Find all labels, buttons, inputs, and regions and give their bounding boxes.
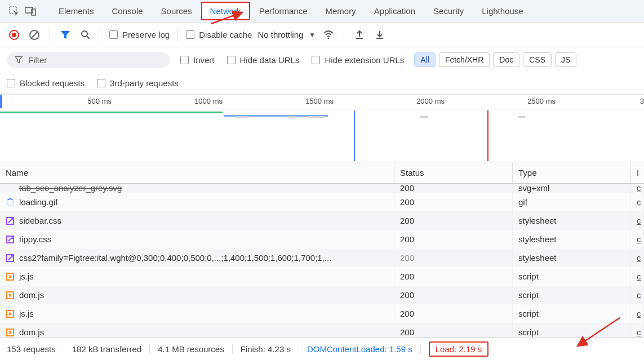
- hide-extension-urls-checkbox[interactable]: Hide extension URLs: [312, 55, 404, 65]
- request-initiator: c: [631, 211, 644, 230]
- tab-sources[interactable]: Sources: [152, 2, 201, 20]
- tab-elements[interactable]: Elements: [50, 2, 103, 20]
- request-initiator: c: [631, 304, 644, 323]
- record-button[interactable]: [7, 28, 21, 42]
- col-name[interactable]: Name: [0, 162, 394, 183]
- request-name: sidebar.css: [19, 216, 61, 225]
- request-name: css2?family=Figtree:ital,wght@0,300;0,40…: [19, 253, 331, 263]
- network-conditions-icon[interactable]: [321, 28, 336, 42]
- table-row[interactable]: js.js200scriptc: [0, 304, 644, 323]
- request-name: tab_seo_analyzer_grey.svg: [19, 184, 122, 193]
- script-icon: [6, 328, 15, 337]
- load-time: Load: 2.19 s: [429, 341, 489, 357]
- timeline-tick: 500 ms: [87, 97, 112, 105]
- request-type: stylesheet: [513, 211, 631, 230]
- col-initiator[interactable]: I: [631, 162, 644, 183]
- svg-point-5: [12, 33, 16, 37]
- file-icon: [6, 184, 15, 193]
- request-status: 200: [394, 304, 513, 323]
- timeline-tick: 1000 ms: [194, 97, 223, 105]
- request-type: script: [513, 304, 631, 323]
- request-initiator: c: [631, 184, 644, 193]
- tab-application[interactable]: Application: [365, 2, 424, 20]
- tab-lighthouse[interactable]: Lighthouse: [473, 2, 532, 20]
- table-row[interactable]: tippy.css200stylesheetc: [0, 230, 644, 248]
- invert-checkbox[interactable]: Invert: [180, 55, 215, 65]
- tab-performance[interactable]: Performance: [250, 2, 317, 20]
- col-type[interactable]: Type: [513, 162, 631, 183]
- third-party-checkbox[interactable]: 3rd-party requests: [97, 78, 179, 88]
- blocked-requests-checkbox[interactable]: Blocked requests: [7, 78, 85, 88]
- loading-icon: [6, 198, 15, 207]
- script-icon: [6, 272, 15, 281]
- svg-point-10: [328, 37, 330, 39]
- filter-pill-css[interactable]: CSS: [523, 52, 552, 67]
- request-name: dom.js: [19, 327, 44, 337]
- tab-security[interactable]: Security: [424, 2, 473, 20]
- timeline-tick: 1500 ms: [305, 97, 334, 105]
- upload-icon[interactable]: [352, 28, 367, 42]
- request-initiator: c: [631, 323, 644, 338]
- clear-button[interactable]: [27, 28, 42, 42]
- filter-pill-fetch-xhr[interactable]: Fetch/XHR: [439, 52, 490, 67]
- svg-line-7: [32, 32, 37, 38]
- funnel-icon: [15, 56, 23, 64]
- request-initiator: c: [631, 248, 644, 267]
- script-icon: [6, 309, 15, 318]
- request-name: tippy.css: [19, 234, 51, 244]
- transferred-size: 182 kB transferred: [64, 344, 150, 354]
- table-row[interactable]: dom.js200scriptc: [0, 323, 644, 338]
- request-type: script: [513, 323, 631, 338]
- request-status: 200: [394, 248, 513, 267]
- table-row[interactable]: dom.js200scriptc: [0, 286, 644, 304]
- table-row[interactable]: tab_seo_analyzer_grey.svg200svg+xmlc: [0, 184, 644, 193]
- stylesheet-icon: [6, 216, 15, 225]
- timeline-tick: 3: [640, 97, 644, 105]
- svg-rect-2: [32, 9, 35, 15]
- request-name: js.js: [19, 309, 34, 318]
- throttling-select[interactable]: No throttling ▼: [257, 30, 316, 39]
- filter-pill-doc[interactable]: Doc: [493, 52, 519, 67]
- inspect-icon[interactable]: [8, 5, 20, 17]
- search-icon[interactable]: [78, 28, 93, 42]
- filter-bar: Filter Invert Hide data URLs Hide extens…: [0, 47, 644, 72]
- table-row[interactable]: js.js200scriptc: [0, 267, 644, 286]
- device-icon[interactable]: [25, 5, 37, 17]
- status-bar: 153 requests 182 kB transferred 4.1 MB r…: [0, 338, 644, 360]
- stylesheet-icon: [6, 235, 15, 244]
- request-initiator: c: [631, 267, 644, 286]
- tab-console[interactable]: Console: [103, 2, 152, 20]
- col-status[interactable]: Status: [394, 162, 513, 183]
- request-type: stylesheet: [513, 248, 631, 267]
- timeline-overview[interactable]: 500 ms1000 ms1500 ms2000 ms2500 ms3: [0, 95, 644, 162]
- tab-memory[interactable]: Memory: [317, 2, 365, 20]
- request-status: 200: [394, 267, 513, 286]
- tab-network[interactable]: Network: [201, 2, 250, 20]
- resources-size: 4.1 MB resources: [150, 344, 233, 354]
- request-initiator: c: [631, 286, 644, 304]
- request-status: 200: [394, 193, 513, 211]
- filter-pill-js[interactable]: JS: [555, 52, 576, 67]
- request-status: 200: [394, 323, 513, 338]
- request-type: gif: [513, 193, 631, 211]
- table-row[interactable]: loading.gif200gifc: [0, 193, 644, 211]
- download-icon[interactable]: [372, 28, 387, 42]
- chevron-down-icon: ▼: [309, 31, 316, 39]
- script-icon: [6, 291, 15, 300]
- preserve-log-checkbox[interactable]: Preserve log: [109, 30, 170, 39]
- filter-pill-all[interactable]: All: [414, 52, 436, 67]
- disable-cache-checkbox[interactable]: Disable cache: [186, 30, 252, 39]
- filter-input[interactable]: Filter: [7, 52, 170, 68]
- table-row[interactable]: css2?family=Figtree:ital,wght@0,300;0,40…: [0, 248, 644, 267]
- finish-time: Finish: 4.23 s: [233, 344, 299, 354]
- request-initiator: c: [631, 193, 644, 211]
- filter-icon[interactable]: [58, 28, 73, 42]
- timeline-tick: 2500 ms: [527, 97, 556, 105]
- table-row[interactable]: sidebar.css200stylesheetc: [0, 211, 644, 230]
- requests-count: 153 requests: [7, 344, 64, 354]
- request-type: script: [513, 286, 631, 304]
- hide-data-urls-checkbox[interactable]: Hide data URLs: [227, 55, 300, 65]
- request-type: script: [513, 267, 631, 286]
- svg-point-8: [82, 31, 87, 37]
- stylesheet-icon: [6, 254, 15, 263]
